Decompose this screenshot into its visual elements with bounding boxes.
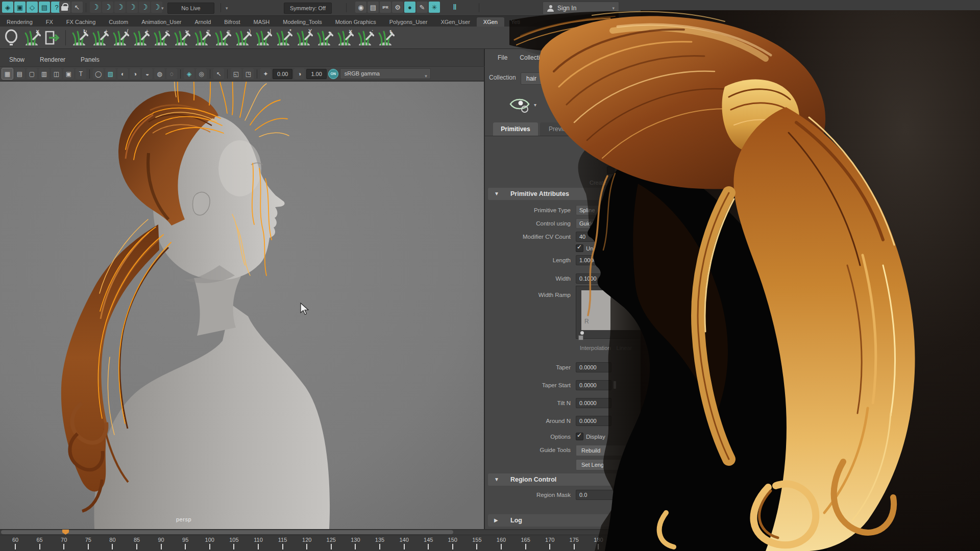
snap-curve-icon[interactable]: ☽ — [102, 2, 113, 13]
time-slider[interactable]: 6065707580859095100105110115120125130135… — [0, 529, 980, 551]
taper-field[interactable]: 0.0000 — [576, 362, 611, 372]
snap-grid-icon[interactable]: ☽ — [90, 2, 101, 13]
grid-icon[interactable]: ▦ — [2, 68, 13, 79]
modifier-cv-count-field[interactable]: 40 — [576, 232, 611, 242]
make-live-icon[interactable]: ☽ — [151, 2, 162, 13]
primitive-type-dropdown[interactable]: Spline — [576, 205, 620, 215]
around-n-field[interactable]: 0.0000 — [576, 416, 611, 426]
display-checkbox[interactable] — [576, 433, 583, 440]
sign-in-button[interactable]: Sign In ▾ — [543, 2, 619, 15]
chevron-down-icon[interactable]: ▾ — [226, 6, 228, 11]
menu-descriptions[interactable]: Descriptions — [559, 54, 593, 61]
shelf-tab-xgen_user[interactable]: XGen_User — [434, 17, 476, 27]
xgen-checkbox-checked[interactable] — [597, 152, 604, 160]
viewport-canvas[interactable]: persp — [0, 82, 484, 529]
open-render-view-icon[interactable]: ◉ — [355, 2, 366, 13]
xgen-lamp-icon[interactable] — [2, 29, 20, 47]
preview-visibility-icon[interactable] — [508, 94, 531, 114]
snap-projected-center-icon[interactable]: ☽ — [127, 2, 138, 13]
exposure-icon[interactable]: ✦ — [260, 68, 271, 79]
cut-guides-brush-icon[interactable]: ✂ — [172, 29, 190, 47]
frame-ruler[interactable]: 6065707580859095100105110115120125130135… — [0, 535, 980, 551]
animation-clip-icon[interactable]: ▤ — [39, 2, 50, 13]
section-primitive-attributes[interactable]: ▼ Primitive Attributes — [488, 188, 718, 200]
select-object-icon[interactable]: ▣ — [14, 2, 26, 13]
interpolation-row[interactable]: Interpolation Linear — [580, 345, 632, 351]
tilt-n-field[interactable]: 0.0000 — [576, 398, 611, 408]
ipr-render-icon[interactable]: IPR — [380, 2, 391, 13]
set-length-button[interactable]: Set Leng — [576, 459, 642, 470]
region-mask-field[interactable]: 0.0 — [576, 490, 662, 500]
clump-brush-icon[interactable]: * — [274, 29, 292, 47]
taper-start-field[interactable]: 0.0000 — [576, 380, 611, 390]
render-sequence-icon[interactable]: ✎ — [416, 2, 428, 13]
shelf-tab-fx[interactable]: FX — [39, 17, 60, 27]
shadows-icon[interactable]: ◒ — [142, 68, 153, 79]
xray-icon[interactable]: ◎ — [196, 68, 207, 79]
shelf-tab-yeti[interactable]: Yeti — [504, 17, 527, 27]
direction-brush-icon[interactable]: → — [315, 29, 333, 47]
bend-brush-icon[interactable]: ) — [233, 29, 252, 47]
density-brush-icon[interactable]: : — [356, 29, 374, 47]
width-ramp-widget[interactable]: R — [576, 286, 648, 339]
select-guides-brush-icon[interactable]: ↖ — [376, 29, 395, 47]
preview-auto-update-icon[interactable] — [547, 94, 570, 114]
resolution-gate-icon[interactable]: ▢ — [27, 68, 37, 79]
length-field[interactable]: 1.0000 — [576, 255, 611, 265]
safe-title-icon[interactable]: T — [76, 68, 86, 79]
pause-icon[interactable]: ‖ — [449, 2, 460, 13]
shelf-tab-xgen[interactable]: XGen — [477, 17, 504, 27]
place-guides-brush-icon[interactable]: + — [90, 29, 109, 47]
select-tool-icon[interactable]: ↖ — [71, 2, 83, 13]
menu-file[interactable]: File — [498, 54, 507, 61]
part-brush-icon[interactable]: Y — [295, 29, 313, 47]
tab-preview-output[interactable]: Preview/Outp — [540, 122, 594, 136]
slider-handle[interactable] — [614, 381, 616, 389]
motion-blur-icon[interactable]: ◌ — [166, 68, 177, 79]
shelf-tab-custom[interactable]: Custom — [102, 17, 135, 27]
symmetry-field[interactable]: Symmetry: Off — [284, 3, 332, 14]
tab-primitives[interactable]: Primitives — [493, 122, 538, 136]
shaded-mode-icon[interactable]: ▧ — [105, 68, 116, 79]
textured-mode-icon[interactable]: ◐ — [117, 68, 128, 79]
lock-icon[interactable] — [59, 2, 70, 13]
shelf-tab-arnold[interactable]: Arnold — [188, 17, 217, 27]
snap-view-plane-icon[interactable]: ☽ — [139, 2, 150, 13]
menu-collection[interactable]: Collection — [520, 54, 547, 61]
export-selection-icon[interactable] — [43, 29, 61, 47]
update-xgen-preview-icon[interactable]: ↻ — [70, 29, 88, 47]
isolate-select-icon[interactable]: ◈ — [184, 68, 194, 79]
snap-point-icon[interactable]: ☽ — [114, 2, 126, 13]
menu-panels[interactable]: Panels — [81, 56, 100, 63]
color-management-on-icon[interactable]: ON — [328, 69, 338, 79]
shelf-tab-bifrost[interactable]: Bifrost — [217, 17, 247, 27]
shelf-tab-modeling_tools[interactable]: Modeling_Tools — [276, 17, 328, 27]
add-description-icon[interactable] — [588, 94, 608, 114]
rebuild-button[interactable]: Rebuild — [576, 445, 642, 456]
exposure-field[interactable]: 0.00 — [273, 69, 292, 79]
ambient-occlusion-icon[interactable]: ◍ — [154, 68, 165, 79]
shelf-tab-mash[interactable]: MASH — [247, 17, 276, 27]
freeze-brush-icon[interactable]: ✕ — [335, 29, 354, 47]
wireframe-icon[interactable]: ◯ — [93, 68, 104, 79]
ramp-key-square[interactable] — [578, 335, 583, 340]
render-settings-icon[interactable]: ⚙ — [392, 2, 403, 13]
select-hierarchy-icon[interactable]: ◈ — [2, 2, 13, 13]
gate-mask-icon[interactable]: ▥ — [39, 68, 50, 79]
comb-guides-brush-icon[interactable]: / — [111, 29, 129, 47]
use-all-lights-icon[interactable]: ◑ — [130, 68, 140, 79]
shelf-tab-polygons_user[interactable]: Polygons_User — [383, 17, 434, 27]
noise-brush-icon[interactable]: ≈ — [213, 29, 231, 47]
collection-name-input[interactable]: hair — [521, 72, 695, 85]
gamma-icon[interactable]: ◑ — [294, 68, 305, 79]
chevron-down-icon[interactable]: ▾ — [161, 6, 164, 11]
add-cv-brush-icon[interactable]: + — [131, 29, 150, 47]
width-brush-icon[interactable]: | — [254, 29, 272, 47]
section-log[interactable]: ▶ Log — [488, 514, 718, 527]
create-link[interactable]: Create — [590, 180, 606, 186]
sculpt-guides-brush-icon[interactable]: ~ — [152, 29, 170, 47]
menu-show[interactable]: Show — [9, 56, 24, 63]
chevron-down-icon[interactable]: ▾ — [573, 102, 575, 108]
shelf-tab-fx caching[interactable]: FX Caching — [60, 17, 102, 27]
width-field[interactable]: 0.1000 — [576, 273, 611, 284]
